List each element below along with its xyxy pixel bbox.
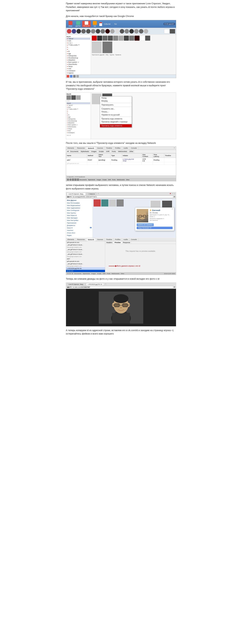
sidebar-item-5[interactable]: ●. [66, 46, 90, 48]
filter-documents[interactable]: Documents [70, 150, 79, 153]
devtools-tab-audits[interactable]: Audits [122, 147, 130, 150]
vk-menu-results[interactable]: Итоги 2013 [67, 232, 92, 234]
filter-images[interactable]: Images [91, 150, 97, 153]
vk-menu-docs[interactable]: Документы [67, 224, 92, 227]
table-row[interactable]: ads7 POST (pending) Pending a_frame.php:… [66, 158, 176, 162]
photo-browser-tab-photo[interactable]: c.25319026.jpg?00=16 [86, 283, 104, 286]
browser-tab-love[interactable]: Love ♥ Спросил, Увид... [67, 193, 86, 195]
filter-websockets[interactable]: WebSockets [117, 150, 128, 153]
sidebar-item-6[interactable]: ●. [66, 48, 90, 50]
photo-url-bar[interactable]: s2.vkliz.com//13715627487 [72, 286, 173, 288]
col-timeline[interactable]: Timeline [164, 154, 176, 158]
vk-menu-audio[interactable]: Мои Аудиозаписи [67, 207, 92, 209]
menu-item-reload[interactable]: Перезагрузить [100, 103, 132, 106]
list-item-q25[interactable]: q25.queueit.vk.com [66, 241, 105, 244]
sidebar-item-11[interactable]: ●MilashNO [66, 59, 90, 61]
context-sidebar-item-tanya[interactable]: ●Tanya [66, 128, 90, 130]
vk-menu-news[interactable]: Мои Новости [67, 214, 92, 217]
menu-item-print[interactable]: Печать... [100, 110, 132, 113]
list-item-q25b[interactable]: q25.queueit.vk.com [66, 260, 105, 263]
nav-item-chat[interactable]: Чат [91, 21, 98, 27]
browser-tab-news[interactable]: ☆ Новости [86, 193, 96, 195]
col-method[interactable]: Method [87, 154, 98, 158]
photo-browser-tab-love[interactable]: Love ♥ Спросил, Увид... [67, 283, 86, 286]
vk-menu-videos[interactable]: Мои Видеозаписи [67, 204, 92, 207]
photo-browser-new-tab[interactable]: + [104, 283, 107, 286]
sidebar-item-14[interactable]: ●Tanya [66, 66, 90, 68]
context-sidebar-item-love[interactable]: ●#loveblackrap [66, 120, 90, 122]
browser-maximize-btn[interactable]: □ [174, 193, 175, 195]
context-sidebar-item-mila[interactable]: ●MilashNO [66, 122, 90, 124]
sidebar-item-8[interactable]: ●age [66, 52, 90, 55]
browser-minimize-btn[interactable]: ─ [172, 193, 173, 195]
context-sidebar-item-mavik[interactable]: MaviK [66, 102, 90, 104]
devtools-tab2-sources[interactable]: Sources [96, 238, 105, 241]
sidebar-item-4[interactable]: ●***HELLGIRL*** [66, 44, 90, 46]
menu-item-inspect[interactable]: Просмотр кода элемента [100, 124, 132, 127]
invite-friends-link[interactable]: Пригласить друзей FAQ Группа Правила [92, 54, 175, 56]
devtools-tab2-resources[interactable]: Resources [76, 238, 86, 241]
devtools-tab-timeline[interactable]: Timeline [105, 147, 114, 150]
devtools-tab2-audits[interactable]: Audits [122, 238, 130, 241]
col-time[interactable]: TimeLatency [153, 154, 164, 158]
col-size[interactable]: SizeContent [142, 154, 153, 158]
sidebar-item-3[interactable]: ●(. )(. ) [66, 42, 90, 44]
sidebar-item-9[interactable]: ●Gidraponka [66, 55, 90, 57]
photo-settings-icon[interactable]: ☰ [174, 286, 175, 288]
list-item-utm4[interactable]: _utm.gif?Utmvn=4.3a:di... [66, 263, 105, 265]
nav-item-top[interactable]: Топ [112, 23, 119, 25]
sidebar-item-1[interactable]: ●"чиста" [66, 38, 90, 40]
list-item-utm3[interactable]: _utm.gif?Utmvn=4.3a:di... [66, 253, 105, 256]
filter-other[interactable]: Other [129, 150, 134, 153]
vk-menu-settings[interactable]: Мои Настройки [67, 219, 92, 222]
vk-menu-messages[interactable]: Мои Сообщения [67, 209, 92, 212]
vk-menu-photos[interactable]: Мои Фотографии [67, 202, 92, 204]
menu-item-translate[interactable]: Перевести на русский [100, 113, 132, 116]
devtools-tab2-elements[interactable]: Elements [66, 238, 76, 241]
sidebar-item-17[interactable]: ●гадюка [66, 72, 90, 74]
menu-item-back[interactable]: Назад [100, 96, 132, 100]
devtools-tab2-network[interactable]: Network [86, 238, 96, 241]
vk-menu-radio[interactable]: Радио [67, 234, 92, 237]
table-row[interactable]: q25.queueit.vk.coo [66, 162, 176, 165]
nav-item-igra[interactable]: Игра [67, 21, 74, 27]
context-sidebar-item-cista[interactable]: ●"чиста" [66, 104, 90, 106]
vk-menu-apps[interactable]: Приложения [67, 222, 92, 224]
photo-forward-btn[interactable]: ▶ [68, 286, 70, 288]
preview-tab-response[interactable]: Response [122, 241, 132, 244]
nav-item-da-net[interactable]: Да/Нет [75, 21, 82, 27]
sidebar-item-16[interactable]: ●Алекирон [66, 70, 90, 72]
context-sidebar-item-dot1[interactable]: ●. [66, 110, 90, 112]
sidebar-item-15[interactable]: ●Ана [66, 68, 90, 70]
filter-stylesheets[interactable]: Stylesheets [80, 150, 90, 153]
menu-item-save[interactable]: Сохранить как... [100, 107, 132, 110]
devtools-tab-resources[interactable]: Resources [76, 147, 86, 150]
context-sidebar-item-pi[interactable]: ●Pi [66, 114, 90, 116]
context-sidebar-item-dot2[interactable]: ●. [66, 112, 90, 114]
browser-url-bar[interactable]: vk.com/app225156,-133311677?ref=1 [72, 196, 173, 198]
menu-item-view-source[interactable]: Просмотр кода элемента [100, 117, 132, 120]
context-sidebar-item-gid[interactable]: ●Gidraponka [66, 118, 90, 120]
browser-forward-btn[interactable]: ▶ [68, 196, 70, 198]
preview-tab-preview[interactable]: Preview [114, 241, 122, 244]
photo-reload-btn[interactable]: ↻ [70, 286, 71, 288]
list-item-s2-vk[interactable]: s2.vk.com [66, 270, 105, 272]
popup-close-btn[interactable]: ✕ [172, 208, 173, 210]
list-item-ads7[interactable]: ads7 [66, 258, 105, 260]
list-item-photo-jpg[interactable]: c.25319026.jpg?00=38 [66, 267, 105, 270]
sidebar-item-7[interactable]: ●Pi [66, 50, 90, 52]
context-sidebar-item-ana[interactable]: ●Ана [66, 130, 90, 132]
col-type[interactable]: Type [110, 154, 122, 158]
photo-back-btn[interactable]: ◀ [67, 286, 68, 288]
devtools-tab2-profiles[interactable]: Profiles [114, 238, 122, 241]
filter-xhr[interactable]: XHR [105, 150, 110, 153]
popup-buy-btn[interactable]: Купить за 1 монету [137, 223, 154, 226]
devtools-tab-profiles[interactable]: Profiles [114, 147, 122, 150]
col-initiator[interactable]: Initiator [122, 154, 142, 158]
devtools-tab2-timeline[interactable]: Timeline [105, 238, 114, 241]
vk-menu-music[interactable]: Music ♥ 1 [67, 227, 92, 229]
col-status[interactable]: StatusText [98, 154, 110, 158]
browser-tab-new[interactable]: + [97, 193, 99, 195]
col-name[interactable]: Name [66, 154, 87, 158]
context-sidebar-item-hell[interactable]: ●***HELLGIRL*** [66, 108, 90, 110]
